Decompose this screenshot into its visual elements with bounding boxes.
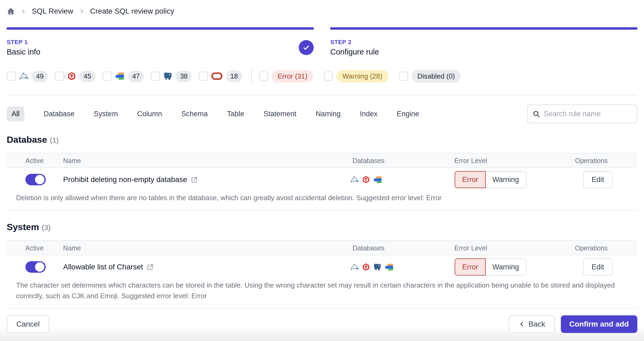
- column-header-operations: Operations: [575, 241, 608, 255]
- error-level-option-error[interactable]: Error: [455, 258, 486, 276]
- error-level-option-error[interactable]: Error: [455, 171, 486, 188]
- tab-schema[interactable]: Schema: [181, 110, 208, 118]
- column-header-error-level: Error Level: [454, 241, 487, 255]
- column-header-name: Name: [63, 241, 81, 255]
- disabled-count-pill: Disabled (0): [412, 70, 461, 83]
- disabled-level-checkbox[interactable]: [399, 72, 408, 81]
- oracle-icon: [211, 72, 223, 80]
- footer-action-bar: Cancel Back Confirm and add: [0, 310, 644, 341]
- category-tab-bar: All Database System Column Schema Table …: [7, 104, 637, 123]
- search-input[interactable]: [544, 110, 632, 118]
- tab-all[interactable]: All: [7, 107, 24, 121]
- step-2-label: STEP 2: [330, 39, 379, 46]
- column-header-operations: Operations: [575, 153, 608, 168]
- table-header: Active Name Databases Error Level Operat…: [7, 153, 637, 168]
- tab-system[interactable]: System: [94, 110, 118, 118]
- chevron-left-icon: [518, 321, 525, 328]
- column-header-active: Active: [25, 153, 44, 168]
- column-header-error-level: Error Level: [454, 153, 487, 168]
- filter-error-level: Error (31): [259, 70, 313, 83]
- oracle-checkbox[interactable]: [199, 72, 208, 81]
- mysql-count-badge: 49: [32, 71, 48, 82]
- error-level-option-warning[interactable]: Warning: [486, 171, 526, 188]
- oceanbase-icon: [115, 72, 125, 80]
- filter-tidb: 45: [55, 71, 95, 82]
- home-icon[interactable]: [7, 7, 15, 15]
- tidb-icon: [67, 72, 76, 80]
- external-link-icon[interactable]: [147, 264, 154, 271]
- tab-engine[interactable]: Engine: [397, 110, 419, 118]
- breadcrumb: SQL Review Create SQL review policy: [7, 7, 637, 15]
- tab-database[interactable]: Database: [44, 110, 75, 118]
- oceanbase-icon: [373, 176, 382, 183]
- search-box: [527, 104, 637, 123]
- error-level-checkbox[interactable]: [259, 72, 268, 81]
- rule-active-toggle[interactable]: [25, 261, 46, 273]
- back-button-label: Back: [528, 320, 545, 328]
- create-sql-review-policy-page: SQL Review Create SQL review policy STEP…: [0, 0, 644, 341]
- warning-level-checkbox[interactable]: [324, 72, 333, 81]
- chevron-right-icon: [20, 8, 26, 14]
- system-rules-table: Active Name Databases Error Level Operat…: [7, 240, 637, 309]
- step-2-title: Configure rule: [330, 48, 379, 56]
- section-title: Database: [7, 134, 47, 145]
- edit-button[interactable]: Edit: [583, 171, 613, 188]
- filter-divider: [251, 69, 252, 83]
- step-2-progress-bar: [330, 27, 637, 30]
- step-1: STEP 1 Basic info: [7, 27, 314, 56]
- oceanbase-icon: [385, 264, 394, 270]
- section-heading-system: System(3): [7, 222, 637, 232]
- filter-mysql: 49: [7, 71, 48, 82]
- filter-oracle: 18: [199, 71, 242, 82]
- divider: [7, 95, 637, 95]
- tab-table[interactable]: Table: [227, 110, 244, 118]
- section-count: (1): [50, 136, 59, 144]
- cancel-button[interactable]: Cancel: [7, 315, 49, 333]
- tab-naming[interactable]: Naming: [316, 110, 340, 118]
- filter-postgresql: 38: [151, 71, 192, 82]
- mysql-icon: [350, 263, 359, 271]
- breadcrumb-sql-review[interactable]: SQL Review: [32, 7, 73, 15]
- step-1-completed-check-icon: [299, 40, 314, 55]
- step-1-progress-bar: [7, 27, 314, 30]
- breadcrumb-current-page: Create SQL review policy: [90, 7, 174, 15]
- mysql-icon: [350, 176, 359, 184]
- warning-count-pill: Warning (28): [336, 70, 388, 83]
- tidb-count-badge: 45: [79, 71, 95, 82]
- back-button[interactable]: Back: [509, 315, 555, 333]
- table-row: Prohibit deleting non-empty database Err…: [7, 168, 637, 191]
- step-1-label: STEP 1: [7, 39, 40, 46]
- oceanbase-checkbox[interactable]: [102, 72, 112, 81]
- filter-oceanbase: 47: [102, 71, 144, 82]
- postgresql-checkbox[interactable]: [151, 72, 160, 81]
- external-link-icon[interactable]: [191, 176, 198, 183]
- step-1-title: Basic info: [7, 48, 40, 56]
- database-rules-table: Active Name Databases Error Level Operat…: [7, 153, 637, 211]
- chevron-right-icon: [79, 8, 85, 14]
- rule-description: The character set determines which chara…: [7, 279, 637, 309]
- postgresql-icon: [373, 263, 381, 271]
- edit-button[interactable]: Edit: [583, 258, 613, 276]
- postgresql-icon: [163, 72, 172, 81]
- tab-column[interactable]: Column: [137, 110, 162, 118]
- error-level-segmented-control: Error Warning: [455, 171, 526, 188]
- rule-name: Allowable list of Charset: [63, 263, 143, 271]
- error-level-option-warning[interactable]: Warning: [486, 258, 526, 276]
- postgresql-count-badge: 38: [176, 71, 192, 82]
- tab-index[interactable]: Index: [360, 110, 377, 118]
- tab-statement[interactable]: Statement: [263, 110, 296, 118]
- mysql-icon: [19, 72, 28, 81]
- error-level-segmented-control: Error Warning: [455, 258, 526, 276]
- column-header-databases: Databases: [352, 241, 385, 255]
- mysql-checkbox[interactable]: [7, 72, 16, 81]
- rule-description: Deletion is only allowed when there are …: [7, 191, 637, 211]
- column-header-databases: Databases: [352, 153, 385, 168]
- section-title: System: [7, 222, 39, 232]
- rule-name: Prohibit deleting non-empty database: [63, 175, 187, 184]
- confirm-and-add-button[interactable]: Confirm and add: [561, 315, 637, 333]
- column-header-active: Active: [25, 241, 44, 255]
- error-count-pill: Error (31): [272, 70, 313, 83]
- column-header-name: Name: [63, 153, 81, 168]
- rule-active-toggle[interactable]: [25, 174, 46, 185]
- tidb-checkbox[interactable]: [55, 72, 64, 81]
